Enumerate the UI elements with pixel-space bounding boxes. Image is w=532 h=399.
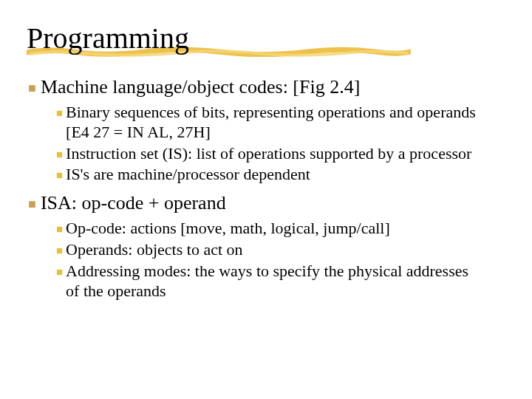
sub-item: ■ Binary sequences of bits, representing… [56,103,505,143]
square-bullet-icon: ■ [56,148,63,161]
main-item: ■ ISA: op-code + operand [28,192,505,214]
square-bullet-icon: ■ [28,81,36,96]
sub-item: ■ Op-code: actions [move, math, logical,… [56,219,505,239]
slide: Programming ■ Machine language/object co… [0,0,532,324]
sub-list: ■ Binary sequences of bits, representing… [56,103,505,185]
sub-item-text: Op-code: actions [move, math, logical, j… [66,219,390,239]
sub-item: ■ Operands: objects to act on [56,240,505,260]
square-bullet-icon: ■ [56,106,63,120]
main-item-text: Machine language/object codes: [Fig 2.4] [41,76,360,98]
square-bullet-icon: ■ [56,168,63,182]
main-item-text: ISA: op-code + operand [41,192,226,214]
sub-item: ■ Addressing modes: the ways to specify … [56,262,505,301]
sub-item-text: IS's are machine/processor dependent [66,165,310,185]
section-0: ■ Machine language/object codes: [Fig 2.… [27,76,505,185]
sub-item-text: Instruction set (IS): list of operations… [66,144,471,164]
sub-list: ■ Op-code: actions [move, math, logical,… [56,219,505,301]
square-bullet-icon: ■ [28,197,36,212]
title-area: Programming [27,21,189,55]
square-bullet-icon: ■ [56,265,63,279]
square-bullet-icon: ■ [56,244,63,257]
sub-item-text: Binary sequences of bits, representing o… [66,103,480,143]
main-item: ■ Machine language/object codes: [Fig 2.… [28,76,505,98]
sub-item: ■ IS's are machine/processor dependent [56,165,505,185]
sub-item-text: Addressing modes: the ways to specify th… [66,262,480,301]
section-1: ■ ISA: op-code + operand ■ Op-code: acti… [27,192,505,301]
sub-item-text: Operands: objects to act on [66,240,243,260]
sub-item: ■ Instruction set (IS): list of operatio… [56,144,505,164]
square-bullet-icon: ■ [56,222,63,236]
slide-title: Programming [27,21,189,55]
